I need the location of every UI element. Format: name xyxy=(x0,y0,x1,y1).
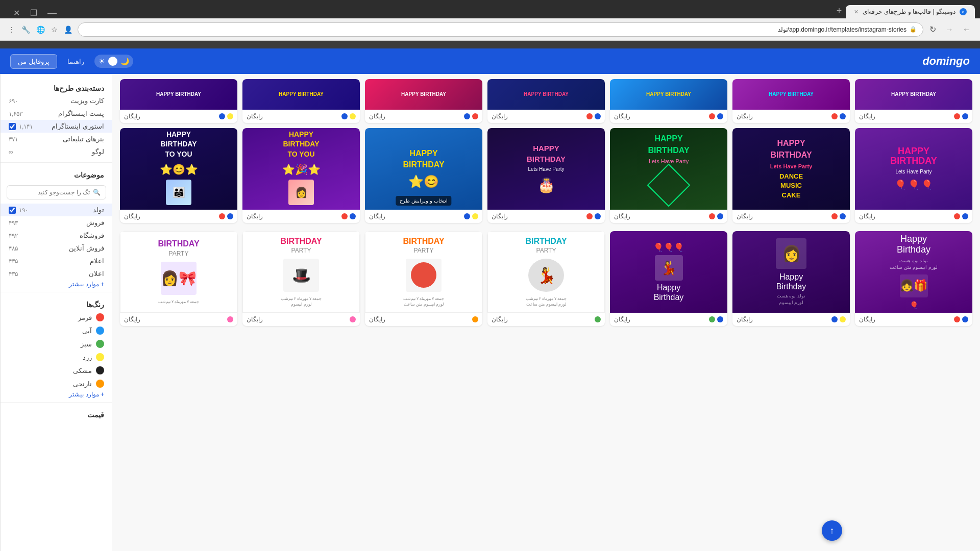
template-label: رایگان xyxy=(737,213,753,220)
template-card[interactable]: HappyBirthday تولد بوه هستلورم ایپسوم مت… xyxy=(855,231,972,326)
template-row-1: HAPPYBIRTHDAY Lets Have Party 🎈🎈🎈 رایگان xyxy=(120,128,972,223)
sidebar-item-instagram-story[interactable]: استوری اینستاگرام ۱,۱۴۱ xyxy=(1,120,112,133)
template-label: رایگان xyxy=(859,113,875,120)
birthday-checkbox[interactable] xyxy=(9,207,16,214)
sidebar-item-label: کارت ویزیت xyxy=(70,97,104,105)
template-card[interactable]: 🎈🎈🎈 💃 HappyBirthday رایگان xyxy=(610,231,727,326)
show-more-colors[interactable]: + موارد بیشتر xyxy=(61,389,112,400)
template-card[interactable]: HAPPY BIRTHDAY رایگان xyxy=(487,79,605,123)
template-card[interactable]: BIRTHDAYPARTY 💃 جمعه ۷ مهرماه ۲ نیم‌شبلو… xyxy=(487,231,605,326)
topic-count: ۱۹۰ xyxy=(19,207,28,214)
back-button[interactable]: ← xyxy=(960,23,974,36)
color-label: قرمز xyxy=(78,314,92,321)
nav-icons: 👤 ☆ 🌐 🔧 ⋮ xyxy=(6,23,75,36)
template-label: رایگان xyxy=(614,213,630,220)
template-card[interactable]: HAPPYBIRTHDAYTO YOU ⭐🎉⭐ 👩 رایگان xyxy=(242,128,360,223)
search-icon: 🔍 xyxy=(93,189,101,196)
sidebar-item-topic-announce[interactable]: اعلام ۴۳۵ xyxy=(1,255,112,267)
sidebar-count: ۱,۱۴۱ xyxy=(19,123,33,130)
translate-icon-btn[interactable]: 🌐 xyxy=(34,23,47,36)
template-label: رایگان xyxy=(247,213,263,220)
select-template-overlay-btn[interactable]: انتخاب و ویرایش طرح xyxy=(396,196,451,206)
template-card[interactable]: HAPPYBIRTHDAY Lets Have Party 🎈🎈🎈 رایگان xyxy=(855,128,972,223)
sidebar-item-topic-online-sale[interactable]: فروش آنلاین ۴۸۵ xyxy=(1,242,112,255)
restore-button[interactable]: ❐ xyxy=(27,8,40,18)
template-card[interactable]: HAPPY BIRTHDAY رایگان xyxy=(855,79,972,123)
color-item-blue[interactable]: آبی xyxy=(1,324,112,337)
template-card[interactable]: HAPPY BIRTHDAY رایگان xyxy=(242,79,360,123)
topic-search-input[interactable] xyxy=(12,189,90,196)
close-window-button[interactable]: ✕ xyxy=(10,8,23,18)
template-label: رایگان xyxy=(124,113,140,120)
sidebar-item-instagram-post[interactable]: پست اینستاگرام ۱,۶۵۳ xyxy=(1,107,112,120)
template-card[interactable]: HAPPY BIRTHDAY رایگان xyxy=(365,79,482,123)
topic-label: فروش آنلاین xyxy=(69,244,104,252)
template-label: رایگان xyxy=(737,316,753,323)
topic-count: ۴۹۳ xyxy=(9,219,18,227)
tab-close-icon[interactable]: ✕ xyxy=(854,9,859,15)
topic-count: ۴۹۲ xyxy=(9,232,18,239)
sidebar-item-topic-store[interactable]: فروشگاه ۴۹۲ xyxy=(1,229,112,242)
colors-section: رنگ‌ها قرمز آبی xyxy=(1,296,112,398)
template-card[interactable]: HAPPYBIRTHDAYTO YOU ⭐😊⭐ 👨‍👩‍👧 رایگان xyxy=(120,128,237,223)
sidebar-item-banner[interactable]: بنرهای تبلیغاتی ۳۷۱ xyxy=(1,133,112,145)
minimize-button[interactable]: — xyxy=(44,8,60,18)
show-more-topics[interactable]: + موارد بیشتر xyxy=(61,279,112,290)
template-label: رایگان xyxy=(369,316,385,323)
color-label: سبز xyxy=(81,340,92,348)
color-item-yellow[interactable]: زرد xyxy=(1,350,112,364)
template-card[interactable]: HAPPY BIRTHDAY رایگان xyxy=(732,79,850,123)
more-menu-btn[interactable]: ⋮ xyxy=(6,23,17,36)
app: domingo 🌙 ☀ راهنما پروفایل من HAPPY BIRT… xyxy=(0,48,980,551)
topic-search-box[interactable]: 🔍 xyxy=(7,185,106,199)
story-checkbox[interactable] xyxy=(9,123,16,130)
color-swatch-blue xyxy=(96,327,104,335)
sidebar-count: ۳۷۱ xyxy=(9,136,18,143)
template-label: رایگان xyxy=(492,316,508,323)
sidebar-item-topic-birthday[interactable]: تولد ۱۹۰ xyxy=(1,204,112,216)
template-label: رایگان xyxy=(247,113,263,120)
extension-btn[interactable]: 🔧 xyxy=(19,23,32,36)
tab-favicon: d xyxy=(960,8,967,15)
template-card[interactable]: HAPPYBIRTHDAY Lets Have Party رایگان xyxy=(610,128,727,223)
price-label: قیمت xyxy=(1,407,112,421)
help-link[interactable]: راهنما xyxy=(67,58,84,65)
bookmark-star-btn[interactable]: ☆ xyxy=(49,23,60,36)
sidebar-item-label: استوری اینستاگرام xyxy=(52,122,104,130)
refresh-button[interactable]: ↻ xyxy=(926,22,939,36)
tab-bar: d دومینگو | قالب‌ها و طرح‌های حرفه‌ای ✕ … xyxy=(0,0,980,18)
template-label: رایگان xyxy=(247,316,263,323)
color-swatch-orange xyxy=(96,380,104,388)
template-card[interactable]: HAPPY BIRTHDAY رایگان xyxy=(120,79,237,123)
sidebar-item-label: لوگو xyxy=(92,148,104,156)
active-tab[interactable]: d دومینگو | قالب‌ها و طرح‌های حرفه‌ای ✕ xyxy=(846,5,975,18)
template-card[interactable]: HAPPYBIRTHDAY Lets Have Party DANCE MUSI… xyxy=(732,128,850,223)
color-label: مشکی xyxy=(73,367,92,374)
template-card[interactable]: BIRTHDAYPARTY جمعه ۷ مهرماه ۲ نیم‌شبلورم… xyxy=(365,231,482,326)
topic-label: اعلام xyxy=(90,257,104,265)
sidebar-item-topic-sale[interactable]: فروش ۴۹۳ xyxy=(1,216,112,229)
color-item-green[interactable]: سبز xyxy=(1,337,112,350)
template-card[interactable]: 👩 HappyBirthday تولد بوه هستلورم ایپسوم … xyxy=(732,231,850,326)
profile-button[interactable]: پروفایل من xyxy=(10,54,57,69)
color-item-black[interactable]: مشکی xyxy=(1,364,112,377)
template-card[interactable]: BIRTHDAYPARTY 🎩 جمعه ۷ مهرماه ۲ نیم‌شبلو… xyxy=(242,231,360,326)
dark-mode-toggle[interactable]: 🌙 ☀ xyxy=(94,55,133,68)
new-tab-button[interactable]: + xyxy=(832,4,846,18)
sidebar-item-card[interactable]: کارت ویزیت ۶۹۰ xyxy=(1,94,112,107)
sidebar-item-label: بنرهای تبلیغاتی xyxy=(63,135,104,143)
color-item-red[interactable]: قرمز xyxy=(1,311,112,324)
template-label: رایگان xyxy=(369,213,385,220)
template-card[interactable]: HAPPY BIRTHDAY رایگان xyxy=(610,79,727,123)
topic-label: تولد xyxy=(93,206,104,214)
toggle-ball xyxy=(108,57,117,66)
color-label: زرد xyxy=(83,354,92,361)
address-bar[interactable]: 🔒 app.domingo.ir/templates/instagram-sto… xyxy=(78,22,923,37)
forward-button[interactable]: → xyxy=(942,23,957,36)
profile-icon-btn[interactable]: 👤 xyxy=(62,23,75,36)
template-card[interactable]: HAPPYBIRTHDAY 😊⭐ انتخاب و ویرایش طرح رای… xyxy=(365,128,482,223)
template-card[interactable]: BIRTHDAYPARTY 🎀👩 جمعه ۷ مهرماه ۲ نیم‌شب … xyxy=(120,231,237,326)
sidebar-item-logo[interactable]: لوگو ∞ xyxy=(1,145,112,158)
scroll-to-top-button[interactable]: ↑ xyxy=(822,520,842,541)
template-card[interactable]: HAPPYBIRTHDAY Lets Have Party 🎂 رایگان xyxy=(487,128,605,223)
